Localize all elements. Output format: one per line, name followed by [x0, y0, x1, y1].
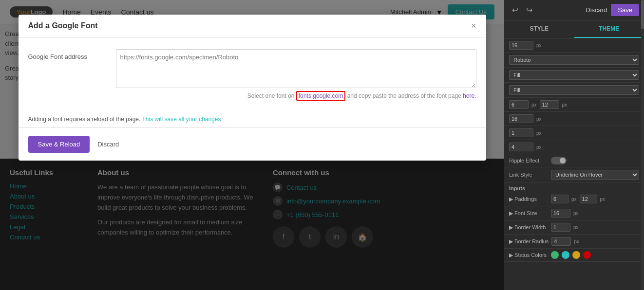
- font-family-select[interactable]: Roboto: [509, 55, 639, 65]
- link-style-label: Link Style: [509, 172, 548, 178]
- fill-select-2[interactable]: Fill: [509, 85, 639, 95]
- link-style-select[interactable]: Underline On Hover: [551, 170, 639, 180]
- font-size-px: px: [536, 43, 542, 48]
- status-colors-label: ▶ Status Colors: [509, 252, 548, 258]
- modal-save-info-link[interactable]: This will save all your changes.: [142, 116, 222, 123]
- panel-row-16: px: [504, 112, 644, 126]
- form-hint: Select one font on fonts.google.com and …: [116, 92, 476, 99]
- border-width-px: px: [573, 225, 579, 230]
- color-green[interactable]: [551, 251, 559, 259]
- ripple-label: Ripple Effect: [509, 158, 548, 163]
- modal-overlay: Add a Google Font × Google Font address …: [0, 0, 504, 290]
- modal-footer: Save & Reload Discard: [19, 127, 486, 161]
- tab-style[interactable]: STYLE: [504, 20, 574, 38]
- panel-row-fontsize: px: [504, 38, 644, 53]
- modal-title: Add a Google Font: [28, 21, 98, 30]
- panel-toolbar: ↩ ↪ Discard Save: [504, 0, 644, 20]
- hint-here-link[interactable]: here.: [463, 92, 476, 99]
- save-reload-button[interactable]: Save & Reload: [28, 136, 90, 153]
- add-google-font-modal: Add a Google Font × Google Font address …: [19, 15, 486, 161]
- panel-tabs: STYLE THEME: [504, 20, 644, 38]
- paddings-v-px: px: [571, 197, 577, 202]
- panel-row-link-style: Link Style Underline On Hover: [504, 167, 644, 182]
- panel-row-6-12: px px: [504, 98, 644, 112]
- fill-select-1[interactable]: Fill: [509, 70, 639, 80]
- hint-suffix: and copy paste the address of the font p…: [347, 92, 461, 99]
- size-16-px: px: [536, 116, 542, 122]
- font-address-label: Google Font address: [28, 49, 106, 60]
- radius-4-px: px: [536, 145, 542, 150]
- font-size-input[interactable]: [509, 41, 533, 50]
- border-1-input[interactable]: [509, 128, 533, 137]
- panel-row-border-radius: ▶ Border Radius px: [504, 235, 644, 249]
- panel-save-button[interactable]: Save: [611, 4, 639, 16]
- paddings-h-input[interactable]: [580, 195, 597, 203]
- modal-body: Google Font address Select one font on f…: [19, 37, 486, 111]
- inputs-section-header: Inputs: [504, 182, 644, 192]
- padding-v-input[interactable]: [509, 100, 529, 109]
- color-yellow[interactable]: [572, 251, 580, 259]
- padding-h-input[interactable]: [540, 100, 559, 109]
- border-1-px: px: [536, 130, 542, 136]
- panel-row-inputs-fontsize: ▶ Font Size px: [504, 206, 644, 220]
- font-address-input-area: Select one font on fonts.google.com and …: [116, 49, 476, 99]
- fonts-google-link[interactable]: fonts.google.com: [296, 91, 345, 101]
- redo-button[interactable]: ↪: [523, 4, 535, 16]
- color-teal[interactable]: [562, 251, 569, 259]
- scrollbar-thumb[interactable]: [641, 0, 644, 29]
- font-address-textarea[interactable]: [116, 49, 476, 88]
- panel-row-font: Roboto: [504, 53, 644, 68]
- panel-row-paddings: ▶ Paddings px px: [504, 192, 644, 206]
- border-width-label: ▶ Border Width: [509, 224, 548, 231]
- panel-discard-button[interactable]: Discard: [586, 6, 607, 14]
- scrollbar-track: [641, 0, 644, 290]
- undo-button[interactable]: ↩: [509, 4, 521, 16]
- font-address-row: Google Font address Select one font on f…: [28, 49, 476, 99]
- padding-v-px: px: [531, 102, 537, 108]
- tab-theme[interactable]: THEME: [574, 20, 644, 38]
- panel-row-border-width: ▶ Border Width px: [504, 220, 644, 235]
- inputs-font-size-px: px: [573, 211, 579, 216]
- modal-close-button[interactable]: ×: [471, 21, 476, 30]
- border-radius-label: ▶ Border Radius: [509, 238, 549, 245]
- paddings-label: ▶ Paddings: [509, 196, 548, 202]
- padding-h-px: px: [562, 102, 568, 108]
- modal-header: Add a Google Font ×: [19, 15, 486, 37]
- size-16-input[interactable]: [509, 114, 533, 123]
- inputs-font-size-input[interactable]: [551, 209, 570, 218]
- panel-row-fill-2: Fill: [504, 83, 644, 98]
- hint-text: Select one font on: [247, 92, 295, 99]
- modal-discard-button[interactable]: Discard: [97, 141, 119, 148]
- inputs-font-size-label: ▶ Font Size: [509, 210, 548, 217]
- modal-info-text: Adding a font requires a reload of the p…: [28, 116, 141, 123]
- paddings-h-px: px: [600, 197, 606, 202]
- panel-row-ripple: Ripple Effect: [504, 154, 644, 167]
- modal-info: Adding a font requires a reload of the p…: [19, 111, 486, 127]
- border-width-input[interactable]: [551, 223, 570, 232]
- panel-row-1px: px: [504, 126, 644, 140]
- border-radius-input[interactable]: [551, 237, 571, 246]
- radius-4-input[interactable]: [509, 143, 533, 151]
- paddings-v-input[interactable]: [551, 195, 568, 203]
- right-panel: ↩ ↪ Discard Save STYLE THEME px Roboto F…: [504, 0, 644, 290]
- panel-row-status-colors: ▶ Status Colors: [504, 249, 644, 262]
- panel-row-fill-1: Fill: [504, 68, 644, 83]
- panel-row-4px: px: [504, 140, 644, 154]
- ripple-toggle[interactable]: [551, 157, 567, 164]
- border-radius-px: px: [574, 239, 579, 244]
- color-red[interactable]: [583, 251, 591, 259]
